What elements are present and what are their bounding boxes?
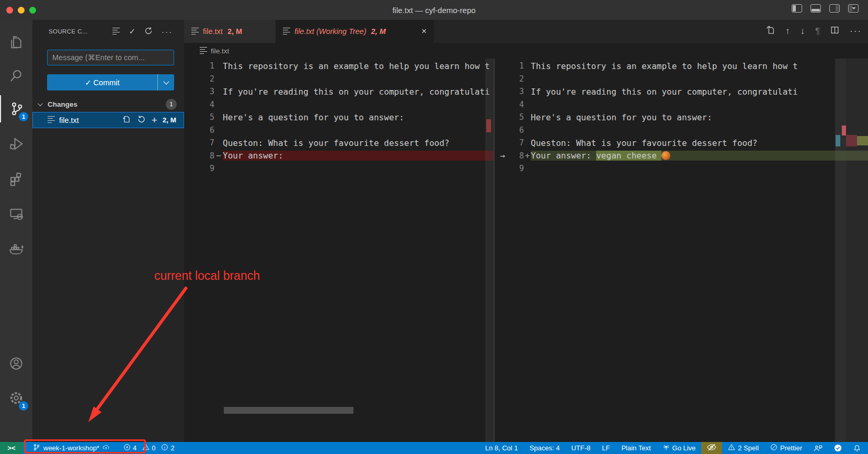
code-line-7[interactable]: 7Queston: What is your favourite dessert… <box>184 137 494 150</box>
code-line-1[interactable]: 1This repository is an example to help y… <box>184 60 494 73</box>
encoding-indicator[interactable]: UTF-8 <box>565 442 596 454</box>
revert-change-arrow-icon[interactable]: → <box>495 151 510 161</box>
code-line-2[interactable]: 2 <box>184 73 494 86</box>
info-count: 2 <box>170 444 174 452</box>
split-editor-icon[interactable] <box>830 26 839 37</box>
previous-change-icon[interactable]: ↑ <box>785 26 790 37</box>
right-overview-cursor-mark <box>836 135 840 146</box>
refresh-icon[interactable] <box>144 27 153 37</box>
source-control-icon[interactable]: 1 <box>0 95 32 122</box>
commit-message-input[interactable]: Message (⌘Enter to com... <box>47 50 174 65</box>
tab-file[interactable]: file.txt2, M <box>184 20 276 43</box>
remote-explorer-icon[interactable] <box>0 200 32 228</box>
remote-icon: >< <box>7 444 15 452</box>
code-line-5[interactable]: 5Here's a question for you to answer: <box>184 111 494 124</box>
tab-file-working-tree[interactable]: file.txt (Working Tree)2, M × <box>276 20 434 43</box>
explorer-icon[interactable] <box>0 29 32 56</box>
code-line-7[interactable]: 7Queston: What is your favourite dessert… <box>495 137 868 150</box>
diff-editor[interactable]: 1This repository is an example to help y… <box>184 59 868 442</box>
accounts-icon[interactable] <box>0 350 32 377</box>
customize-layout-icon[interactable] <box>848 4 859 13</box>
code-text: Queston: What is your favourite dessert … <box>223 138 494 148</box>
close-tab-icon[interactable]: × <box>421 26 427 37</box>
diff-modified-pane[interactable]: 1This repository is an example to help y… <box>495 59 868 442</box>
warning-icon <box>728 444 735 452</box>
right-vertical-scrollbar[interactable] <box>835 59 846 442</box>
commit-button[interactable]: ✓ Commit <box>47 74 174 90</box>
code-line-9[interactable]: 9 <box>495 162 868 175</box>
prettier-indicator[interactable]: Prettier <box>764 442 808 454</box>
code-text: Here's a question for you to answer: <box>223 112 494 122</box>
code-line-4[interactable]: 4 <box>495 98 868 111</box>
toggle-whitespace-icon[interactable]: ¶ <box>815 26 820 37</box>
left-vertical-scrollbar[interactable] <box>485 59 494 442</box>
breadcrumb[interactable]: file.txt <box>184 43 868 59</box>
line-number: 6 <box>184 126 214 135</box>
slash-circle-icon <box>770 444 778 452</box>
check-circle-icon[interactable] <box>828 442 848 454</box>
language-mode-indicator[interactable]: Plain Text <box>615 442 656 454</box>
view-as-list-icon[interactable] <box>112 27 120 36</box>
feedback-icon[interactable] <box>808 442 828 454</box>
file-change-status: 2, M <box>163 116 176 124</box>
code-text: This repository is an example to help yo… <box>531 61 868 71</box>
code-line-3[interactable]: 3If you're reading this on your computer… <box>184 85 494 98</box>
code-line-4[interactable]: 4 <box>184 98 494 111</box>
toggle-panel-icon[interactable] <box>810 4 821 13</box>
notifications-bell-icon[interactable] <box>848 442 868 454</box>
settings-badge: 1 <box>19 401 28 411</box>
code-line-6[interactable]: 6 <box>495 124 868 137</box>
open-file-icon[interactable] <box>122 115 131 126</box>
code-text: This repository is an example to help yo… <box>223 61 494 71</box>
spell-checker-indicator[interactable]: 2 Spell <box>722 442 764 454</box>
diff-sign: − <box>214 151 223 161</box>
run-and-debug-icon[interactable] <box>0 130 32 157</box>
source-control-panel: SOURCE C... ✓ ··· Message (⌘Enter to com… <box>32 20 184 442</box>
line-number: 7 <box>184 138 214 147</box>
toggle-secondary-sidebar-icon[interactable] <box>829 4 840 13</box>
tab-bar: file.txt2, M file.txt (Working Tree)2, M… <box>184 20 868 43</box>
diff-original-pane[interactable]: 1This repository is an example to help y… <box>184 59 494 442</box>
stage-changes-icon[interactable]: + <box>152 117 157 124</box>
code-line-5[interactable]: 5Here's a question for you to answer: <box>495 111 868 124</box>
code-line-6[interactable]: 6 <box>184 124 494 137</box>
diff-overview-ruler <box>846 59 868 442</box>
remote-indicator[interactable]: >< <box>0 442 23 454</box>
changes-section-header[interactable]: Changes 1 <box>32 97 184 111</box>
info-icon <box>161 444 168 452</box>
docker-icon[interactable] <box>0 235 32 263</box>
commit-dropdown-button[interactable] <box>157 74 174 90</box>
open-changes-icon[interactable] <box>766 26 775 37</box>
eye-off-toggle[interactable] <box>701 442 722 454</box>
cheese-emoji <box>661 151 670 160</box>
discard-changes-icon[interactable] <box>137 115 145 126</box>
changed-file-row[interactable]: file.txt + 2, M <box>32 112 184 128</box>
next-change-icon[interactable]: ↓ <box>800 26 805 37</box>
diff-sign: + <box>524 151 531 161</box>
code-line-8[interactable]: 8−Your answer: <box>184 150 494 163</box>
go-live-button[interactable]: Go Live <box>657 442 702 454</box>
eol-indicator[interactable]: LF <box>596 442 615 454</box>
indentation-indicator[interactable]: Spaces: 4 <box>524 442 566 454</box>
code-line-2[interactable]: 2 <box>495 73 868 86</box>
line-number: 5 <box>510 112 524 122</box>
line-number: 4 <box>510 100 524 109</box>
warning-count: 0 <box>152 444 155 452</box>
commit-check-icon[interactable]: ✓ <box>129 27 135 36</box>
line-number: 1 <box>510 61 524 71</box>
code-line-8[interactable]: →8+Your answer: vegan cheese <box>495 150 868 163</box>
code-line-3[interactable]: 3If you're reading this on your computer… <box>495 85 868 98</box>
more-actions-icon[interactable]: ··· <box>850 26 862 37</box>
chevron-down-icon <box>38 101 43 106</box>
code-line-9[interactable]: 9 <box>184 162 494 175</box>
horizontal-scrollbar[interactable] <box>224 407 353 414</box>
code-line-1[interactable]: 1This repository is an example to help y… <box>495 60 868 73</box>
cursor-position-indicator[interactable]: Ln 8, Col 1 <box>479 442 524 454</box>
extensions-icon[interactable] <box>0 165 32 192</box>
eye-off-icon <box>707 444 716 452</box>
more-actions-icon[interactable]: ··· <box>162 27 173 36</box>
file-icon <box>191 27 199 36</box>
settings-icon[interactable]: 1 <box>0 384 32 412</box>
search-icon[interactable] <box>0 62 32 89</box>
toggle-primary-sidebar-icon[interactable] <box>792 4 802 13</box>
